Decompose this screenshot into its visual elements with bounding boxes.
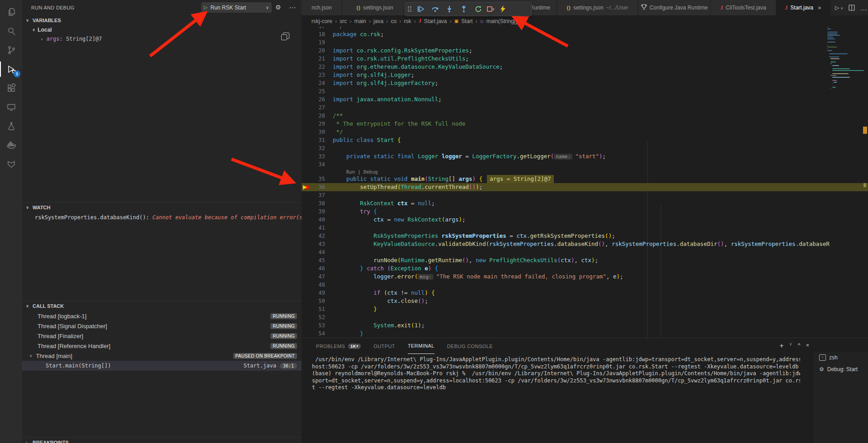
breadcrumb-item[interactable]: src xyxy=(340,18,347,24)
gutter[interactable] xyxy=(302,216,311,224)
thread-row[interactable]: Thread [Reference Handler]RUNNING xyxy=(22,341,302,351)
tab-configure-java-runtime[interactable]: Configure Java Runtime xyxy=(638,0,711,15)
close-icon[interactable]: × xyxy=(818,5,821,11)
panel-tab-terminal[interactable]: TERMINAL xyxy=(408,338,434,354)
gutter[interactable] xyxy=(302,27,311,30)
hot-code-replace-icon[interactable] xyxy=(497,3,509,15)
restart-button[interactable] xyxy=(472,3,485,15)
start-debug-icon[interactable]: ▷ xyxy=(204,5,208,10)
search-icon[interactable] xyxy=(0,22,22,41)
breakpoints-section-header[interactable]: › BREAKPOINTS xyxy=(22,438,302,443)
gutter[interactable] xyxy=(302,248,311,256)
docker-icon[interactable] xyxy=(0,136,22,155)
panel-tab-output[interactable]: OUTPUT xyxy=(373,338,395,354)
breadcrumb-item[interactable]: main xyxy=(354,18,366,24)
collapse-all-icon[interactable] xyxy=(283,33,289,39)
close-panel-icon[interactable]: × xyxy=(806,342,809,350)
gutter[interactable] xyxy=(302,224,311,232)
gutter[interactable] xyxy=(302,175,311,183)
stack-frame-row[interactable]: Start.main(String[])Start.java36:1 xyxy=(22,361,302,371)
gutter[interactable] xyxy=(302,38,311,47)
gutter[interactable] xyxy=(302,71,311,79)
remote-explorer-icon[interactable] xyxy=(0,98,22,117)
gutter[interactable] xyxy=(302,199,311,207)
gutter[interactable] xyxy=(302,297,311,305)
gutter[interactable] xyxy=(302,273,311,281)
drag-grip-icon[interactable] xyxy=(408,6,411,12)
source-control-icon[interactable] xyxy=(0,41,22,60)
step-over-button[interactable] xyxy=(429,3,441,15)
run-and-debug-icon[interactable]: 1 xyxy=(0,60,22,79)
split-editor-icon[interactable] xyxy=(849,5,855,11)
gutter[interactable] xyxy=(302,232,311,240)
thread-row[interactable]: Thread [Signal Dispatcher]RUNNING xyxy=(22,321,302,331)
breadcrumb-method[interactable]: main(String[]) xyxy=(486,18,519,24)
minimap[interactable] xyxy=(827,27,862,338)
gutter[interactable] xyxy=(302,321,311,330)
panel-tab-debug-console[interactable]: DEBUG CONSOLE xyxy=(447,338,493,354)
watch-section-header[interactable]: ∨ WATCH xyxy=(22,203,302,212)
stop-options-chevron-icon[interactable]: ∨ xyxy=(492,7,495,11)
breadcrumb-item[interactable]: rskj-core xyxy=(311,18,332,24)
terminal-output[interactable]: /usr/bin/env /Library/Internet\ Plug-Ins… xyxy=(312,356,800,391)
breadcrumb-class[interactable]: Start xyxy=(461,18,472,24)
gutter[interactable] xyxy=(302,240,311,248)
codelens-run-debug[interactable]: Run | Debug xyxy=(302,169,868,175)
gutter[interactable] xyxy=(302,95,311,104)
sidebar-more-icon[interactable]: … xyxy=(289,2,297,10)
tab-settings-json[interactable]: {}settings.json ~/.../User xyxy=(557,0,638,15)
breadcrumb-item[interactable]: co xyxy=(391,18,396,24)
gutter[interactable] xyxy=(302,256,311,264)
tab-nch-json[interactable]: nch.json xyxy=(302,0,342,15)
tab-clitoolstest-java[interactable]: JCliToolsTest.java xyxy=(711,0,776,15)
terminal-list-item-debug-start[interactable]: ⚙Debug: Start xyxy=(815,363,868,375)
gutter[interactable] xyxy=(302,330,311,338)
thread-row[interactable]: ∨Thread [main]PAUSED ON BREAKPOINT xyxy=(22,351,302,361)
panel-tab-problems[interactable]: PROBLEMS1K+ xyxy=(316,338,361,354)
gutter[interactable] xyxy=(302,281,311,289)
gutter[interactable] xyxy=(302,313,311,321)
gutter[interactable] xyxy=(302,47,311,55)
variables-scope-local[interactable]: ∨ Local xyxy=(22,25,302,34)
overview-ruler[interactable] xyxy=(862,27,868,338)
launch-config-select[interactable]: ▷ Run RSK Start ∨ xyxy=(201,2,272,13)
stop-button[interactable]: ∨ xyxy=(486,6,495,12)
variable-args-row[interactable]: › args: String[2]@7 xyxy=(22,34,302,43)
explorer-icon[interactable] xyxy=(0,3,22,22)
gutter[interactable] xyxy=(302,289,311,297)
variables-section-header[interactable]: ∨ VARIABLES xyxy=(22,15,302,25)
gutter[interactable] xyxy=(302,160,311,169)
new-terminal-icon[interactable]: + xyxy=(779,342,783,350)
code-editor[interactable]: 17 */18package co.rsk;1920import co.rsk.… xyxy=(302,27,868,338)
gutter[interactable] xyxy=(302,128,311,136)
watch-expression-row[interactable]: rskSystemProperties.databaseKind(): Cann… xyxy=(22,212,302,222)
testing-icon[interactable] xyxy=(0,117,22,136)
breakpoint-current-line-icon[interactable] xyxy=(302,183,311,191)
gutter[interactable] xyxy=(302,120,311,128)
debug-settings-gear-icon[interactable]: ⚙ xyxy=(275,4,281,11)
launch-profile-chevron-icon[interactable]: ∨ xyxy=(789,342,793,350)
breadcrumb-file[interactable]: Start.java xyxy=(424,18,447,24)
call-stack-section-header[interactable]: ∨ CALL STACK xyxy=(22,301,302,311)
continue-button[interactable] xyxy=(414,3,427,15)
breadcrumb-item[interactable]: rsk xyxy=(404,18,411,24)
terminal-list-item-zsh[interactable]: ›zsh xyxy=(815,352,868,363)
gutter[interactable] xyxy=(302,264,311,273)
gutter[interactable] xyxy=(302,30,311,38)
gutter[interactable] xyxy=(302,136,311,144)
breadcrumb[interactable]: rskj-core›src›main›java›co›rsk› J Start.… xyxy=(302,15,868,27)
tab-start-java[interactable]: JStart.java× xyxy=(776,0,830,15)
tab-settings-json[interactable]: {}settings.json xyxy=(342,0,408,15)
gutter[interactable] xyxy=(302,191,311,199)
gutter[interactable] xyxy=(302,152,311,160)
gutter[interactable] xyxy=(302,305,311,313)
gutter[interactable] xyxy=(302,144,311,152)
gutter[interactable] xyxy=(302,87,311,95)
gutter[interactable] xyxy=(302,63,311,71)
gutter[interactable] xyxy=(302,104,311,112)
gutter[interactable] xyxy=(302,112,311,120)
gutter[interactable] xyxy=(302,55,311,63)
gutter[interactable] xyxy=(302,207,311,216)
step-out-button[interactable] xyxy=(458,3,470,15)
breadcrumb-item[interactable]: java xyxy=(373,18,383,24)
